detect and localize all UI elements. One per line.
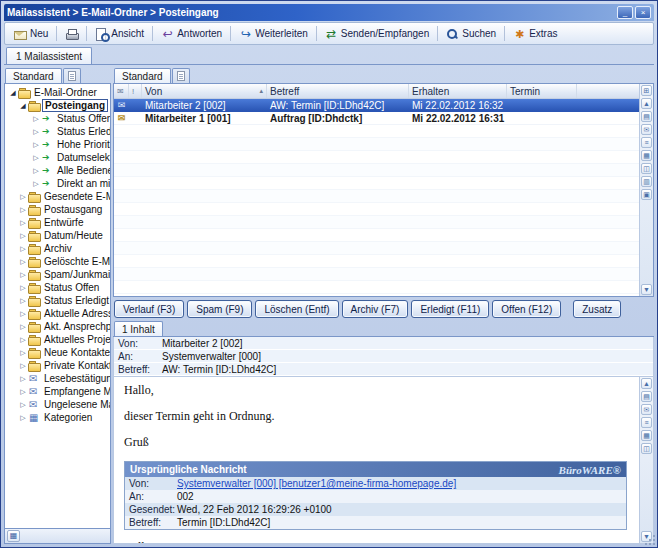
archiv-button[interactable]: Archiv (F7) <box>342 300 409 318</box>
rail-rows-icon[interactable] <box>641 111 652 122</box>
tree-expander-icon[interactable] <box>18 359 28 372</box>
tree-expander-icon[interactable] <box>31 164 41 177</box>
tab-mailassistent[interactable]: 1 Mailassistent <box>6 47 92 64</box>
tree-item[interactable]: Empfangene Mails <box>5 385 110 398</box>
minimize-button[interactable]: _ <box>617 6 633 19</box>
column-betreff[interactable]: Betreff <box>267 84 409 98</box>
tree-expander-icon[interactable] <box>18 411 28 424</box>
tree-expander-icon[interactable] <box>18 294 28 307</box>
scroll-down-icon[interactable] <box>641 284 652 295</box>
sidebar-grid-icon[interactable] <box>7 530 20 542</box>
tree-item[interactable]: Direkt an mich <box>5 177 110 190</box>
tree-item[interactable]: Ungelesene Mails <box>5 398 110 411</box>
rail-bars-icon[interactable] <box>641 176 652 187</box>
tab-inhalt[interactable]: 1 Inhalt <box>114 321 163 336</box>
column-termin[interactable]: Termin <box>507 84 577 98</box>
send-receive-button[interactable]: Senden/Empfangen <box>319 24 435 43</box>
erledigt-button[interactable]: Erledigt (F11) <box>411 300 489 318</box>
tree-item[interactable]: Datum/Heute <box>5 229 110 242</box>
rail-list-icon[interactable] <box>641 417 652 428</box>
tab-standard-list[interactable]: Standard <box>114 68 171 83</box>
spam-button[interactable]: Spam (F9) <box>187 300 252 318</box>
tree-item[interactable]: Archiv <box>5 242 110 255</box>
zusatz-button[interactable]: Zusatz <box>573 300 621 318</box>
scroll-up-icon[interactable] <box>641 378 652 389</box>
tree-expander-icon[interactable] <box>18 346 28 359</box>
rail-list-icon[interactable] <box>641 137 652 148</box>
rail-grid-icon[interactable] <box>641 430 652 441</box>
tree-expander-icon[interactable] <box>31 112 41 125</box>
tree-item[interactable]: Status Offen <box>5 112 110 125</box>
tree-item[interactable]: Neue Kontakte <box>5 346 110 359</box>
rail-columns-icon[interactable] <box>641 443 652 454</box>
tree-item[interactable]: Status Erledigt <box>5 125 110 138</box>
tree-item[interactable]: E-Mail-Ordner <box>5 86 110 99</box>
tree-expander-icon[interactable] <box>18 333 28 346</box>
view-button[interactable]: Ansicht <box>89 24 150 43</box>
sender-link[interactable]: Systemverwalter [000] [benutzer1@meine-f… <box>177 478 626 489</box>
tab-layout-list[interactable] <box>172 68 190 83</box>
tree-expander-icon[interactable] <box>18 242 28 255</box>
forward-button[interactable]: Weiterleiten <box>233 24 314 43</box>
rail-columns-icon[interactable] <box>641 163 652 174</box>
tree-item[interactable]: Gelöschte E-Mails <box>5 255 110 268</box>
tree-item[interactable]: Postausgang <box>5 203 110 216</box>
tree-expander-icon[interactable] <box>18 320 28 333</box>
tree-item[interactable]: Hohe Priorität <box>5 138 110 151</box>
tree-expander-icon[interactable] <box>18 190 28 203</box>
mail-list-row[interactable]: ✉ Mitarbeiter 1 [001] Auftrag [ID:Dhdctk… <box>114 112 639 125</box>
column-options-icon[interactable] <box>641 85 652 96</box>
tree-item[interactable]: Status Erledigt <box>5 294 110 307</box>
new-mail-button[interactable]: Neu <box>8 24 54 43</box>
tab-standard-sidebar[interactable]: Standard <box>5 68 62 83</box>
tree-expander-icon[interactable] <box>18 203 28 216</box>
tree-expander-icon[interactable] <box>18 229 28 242</box>
resize-grip[interactable] <box>645 535 655 545</box>
tree-expander-icon[interactable] <box>31 125 41 138</box>
tree-expander-icon[interactable] <box>18 255 28 268</box>
tree-item[interactable]: Private Kontakte <box>5 359 110 372</box>
column-mail-status[interactable]: ✉ <box>114 84 129 98</box>
mail-list-row[interactable]: ✉ Mitarbeiter 2 [002] AW: Termin [ID:LDh… <box>114 99 639 112</box>
rail-box-icon[interactable] <box>641 189 652 200</box>
tree-expander-icon[interactable] <box>18 372 28 385</box>
search-button[interactable]: Suchen <box>440 24 502 43</box>
rail-mail-icon[interactable] <box>641 404 652 415</box>
tree-expander-icon[interactable] <box>31 151 41 164</box>
tree-expander-icon[interactable] <box>8 86 18 99</box>
tree-expander-icon[interactable] <box>18 99 28 112</box>
tree-item[interactable]: Entwürfe <box>5 216 110 229</box>
loeschen-button[interactable]: Löschen (Entf) <box>255 300 338 318</box>
tree-item[interactable]: Aktuelles Projekt <box>5 333 110 346</box>
verlauf-button[interactable]: Verlauf (F3) <box>114 300 184 318</box>
tree-item[interactable]: Kategorien <box>5 411 110 424</box>
column-priority[interactable]: ! <box>129 84 142 98</box>
tree-expander-icon[interactable] <box>18 216 28 229</box>
rail-rows-icon[interactable] <box>641 391 652 402</box>
tree-expander-icon[interactable] <box>31 138 41 151</box>
tree-item[interactable]: Lesebestätigungen <box>5 372 110 385</box>
scroll-up-icon[interactable] <box>641 98 652 109</box>
tree-item[interactable]: Datumselektion <box>5 151 110 164</box>
tree-expander-icon[interactable] <box>18 385 28 398</box>
rail-mail-icon[interactable] <box>641 124 652 135</box>
tree-item[interactable]: Gesendete E-Mails <box>5 190 110 203</box>
tree-item[interactable]: Spam/Junkmails <box>5 268 110 281</box>
reply-button[interactable]: Antworten <box>155 24 228 43</box>
column-erhalten[interactable]: Erhalten <box>409 84 507 98</box>
tree-expander-icon[interactable] <box>18 398 28 411</box>
tree-item[interactable]: Posteingang <box>5 99 110 112</box>
tree-item[interactable]: Alle Bediener <box>5 164 110 177</box>
tree-expander-icon[interactable] <box>18 281 28 294</box>
column-von[interactable]: Von <box>142 84 267 98</box>
tab-layout-sidebar[interactable] <box>63 68 81 83</box>
tree-item[interactable]: Status Offen <box>5 281 110 294</box>
tree-item[interactable]: Akt. Ansprechpartn... <box>5 320 110 333</box>
tree-expander-icon[interactable] <box>18 307 28 320</box>
rail-grid-icon[interactable] <box>641 150 652 161</box>
offen-button[interactable]: Offen (F12) <box>492 300 561 318</box>
close-button[interactable]: × <box>635 6 651 19</box>
print-button[interactable] <box>59 24 84 43</box>
tree-item[interactable]: Aktuelle Adresse <box>5 307 110 320</box>
extras-button[interactable]: Extras <box>507 24 563 43</box>
